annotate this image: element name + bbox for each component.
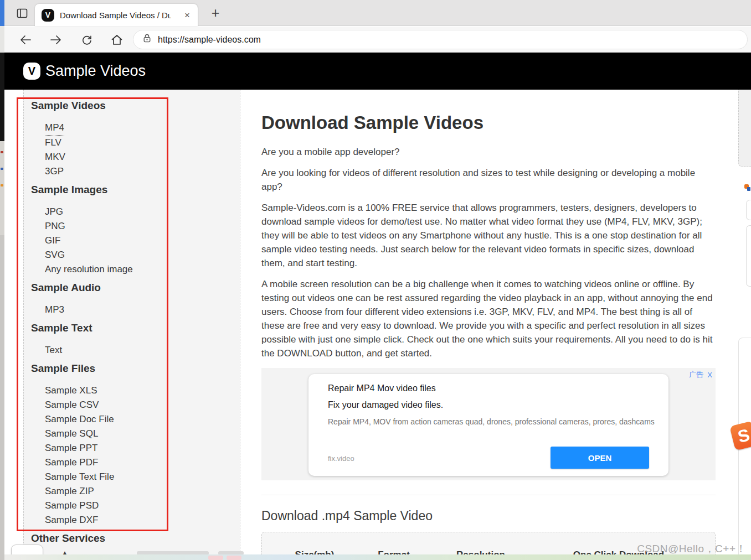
sidebar-heading-sample-files: Sample Files xyxy=(31,363,240,374)
sidebar-item-sample-xls[interactable]: Sample XLS xyxy=(45,383,97,398)
sidebar-item-any-resolution-image[interactable]: Any resolution image xyxy=(45,262,133,277)
ad-badge: 广告 X xyxy=(689,370,712,380)
right-rail-box xyxy=(746,225,751,287)
new-tab-button[interactable]: + xyxy=(207,4,224,21)
sidebar-group: Sample XLS Sample CSV Sample Doc File Sa… xyxy=(31,383,240,527)
desktop-strip-segment xyxy=(0,0,4,26)
desktop-strip-segment xyxy=(0,141,4,235)
sidebar-item-sample-zip[interactable]: Sample ZIP xyxy=(45,484,94,499)
sidebar-item-sample-ppt[interactable]: Sample PPT xyxy=(45,441,97,455)
background-window-strip xyxy=(4,554,751,560)
sidebar-item-sample-text-file[interactable]: Sample Text File xyxy=(45,470,114,484)
tab-favicon-icon: V xyxy=(42,9,54,22)
sidebar-item-mkv[interactable]: MKV xyxy=(45,150,65,164)
truncated-icon xyxy=(744,184,750,191)
reload-icon[interactable] xyxy=(79,32,94,48)
ad-open-button[interactable]: OPEN xyxy=(551,447,649,469)
desktop-strip-segment xyxy=(0,53,4,141)
sidebar-heading-sample-audio: Sample Audio xyxy=(31,282,240,293)
page-title: Download Sample Videos xyxy=(261,112,704,133)
screenshot-canvas: V Download Sample Videos / Dum × + https… xyxy=(0,0,751,560)
desktop-icon-dot xyxy=(1,168,3,170)
url-bar[interactable]: https://sample-videos.com xyxy=(133,30,748,49)
desktop-strip-segment xyxy=(0,235,4,560)
sidebar-item-sample-psd[interactable]: Sample PSD xyxy=(45,499,99,513)
sidebar-heading-sample-text: Sample Text xyxy=(31,323,240,334)
section-title-mp4: Download .mp4 Sample Video xyxy=(261,509,704,523)
intro-paragraph: Are you looking for videos of different … xyxy=(261,166,716,194)
browser-tab-bar: V Download Sample Videos / Dum × + xyxy=(4,0,751,26)
sidebar-item-gif[interactable]: GIF xyxy=(45,234,60,248)
tab-title: Download Sample Videos / Dum xyxy=(60,11,171,20)
tab-overview-icon[interactable] xyxy=(14,7,30,20)
sidebar-heading-sample-images: Sample Images xyxy=(31,184,240,195)
main-content: Download Sample Videos Are you a mobile … xyxy=(240,90,718,560)
site-logo-icon[interactable]: V xyxy=(23,63,40,80)
ad-close-icon[interactable]: X xyxy=(707,371,712,379)
site-header: V Sample Videos xyxy=(4,53,751,90)
background-desktop-strip xyxy=(0,0,4,560)
sidebar-heading-sample-videos: Sample Videos xyxy=(31,100,240,111)
browser-tab[interactable]: V Download Sample Videos / Dum × xyxy=(35,4,198,26)
ad-description: Repair MP4, MOV from action cameras quad… xyxy=(328,417,668,426)
ad-badge-label: 广告 xyxy=(689,370,703,380)
site-title[interactable]: Sample Videos xyxy=(45,63,146,80)
sidebar-group: MP3 xyxy=(31,303,240,317)
background-pill xyxy=(227,556,241,560)
ad-domain: fix.video xyxy=(328,454,354,463)
sidebar-item-flv[interactable]: FLV xyxy=(45,136,61,150)
url-text[interactable]: https://sample-videos.com xyxy=(158,35,261,45)
section-divider xyxy=(261,495,716,495)
sidebar-item-sample-doc-file[interactable]: Sample Doc File xyxy=(45,412,114,427)
lock-icon[interactable] xyxy=(141,33,153,46)
sidebar-item-text[interactable]: Text xyxy=(45,343,62,357)
sidebar-item-png[interactable]: PNG xyxy=(45,219,65,234)
sidebar-item-sample-pdf[interactable]: Sample PDF xyxy=(45,455,98,470)
intro-paragraph: Are you a mobile app developer? xyxy=(261,145,716,159)
sidebar-item-sample-dxf[interactable]: Sample DXF xyxy=(45,513,98,527)
sidebar-item-3gp[interactable]: 3GP xyxy=(45,164,64,179)
intro-paragraph: A mobile screen resolution can be a big … xyxy=(261,277,716,360)
sidebar-item-sample-csv[interactable]: Sample CSV xyxy=(45,398,99,412)
tab-close-icon[interactable]: × xyxy=(182,9,192,21)
page-content: Sample Videos MP4 FLV MKV 3GP Sample Ima… xyxy=(4,90,751,560)
desktop-icon-dot xyxy=(1,151,3,153)
desktop-icon-dot xyxy=(1,184,3,186)
background-pill xyxy=(208,556,223,560)
forward-icon[interactable] xyxy=(48,32,64,48)
sidebar-nav: Sample Videos MP4 FLV MKV 3GP Sample Ima… xyxy=(23,90,240,560)
ad-subtitle[interactable]: Fix your damaged video files. xyxy=(328,400,668,410)
ad-title[interactable]: Repair MP4 Mov video files xyxy=(328,383,668,393)
sidebar-item-mp3[interactable]: MP3 xyxy=(45,303,64,317)
intro-paragraph: Sample-Videos.com is a 100% FREE service… xyxy=(261,201,716,270)
sidebar-group: Text xyxy=(31,343,240,357)
sidebar-item-jpg[interactable]: JPG xyxy=(45,205,63,219)
browser-nav-bar: https://sample-videos.com xyxy=(4,27,751,53)
ad-container: 广告 X Repair MP4 Mov video files Fix your… xyxy=(261,368,716,480)
ad-card[interactable]: Repair MP4 Mov video files Fix your dama… xyxy=(308,374,668,476)
sidebar-item-svg[interactable]: SVG xyxy=(45,248,65,262)
back-icon[interactable] xyxy=(18,32,33,48)
sidebar-group: JPG PNG GIF SVG Any resolution image xyxy=(31,205,240,277)
sidebar-item-mp4[interactable]: MP4 xyxy=(45,121,64,136)
right-rail-box xyxy=(746,200,751,220)
sidebar-item-sample-sql[interactable]: Sample SQL xyxy=(45,427,98,441)
sidebar-heading-other-services: Other Services xyxy=(31,533,240,544)
home-icon[interactable] xyxy=(109,32,125,48)
sidebar-group: MP4 FLV MKV 3GP xyxy=(31,121,240,179)
sample-videos-s-logo-icon: S xyxy=(729,421,751,451)
right-rail-ad-slot xyxy=(738,90,751,167)
desktop-strip-segment xyxy=(0,26,4,53)
